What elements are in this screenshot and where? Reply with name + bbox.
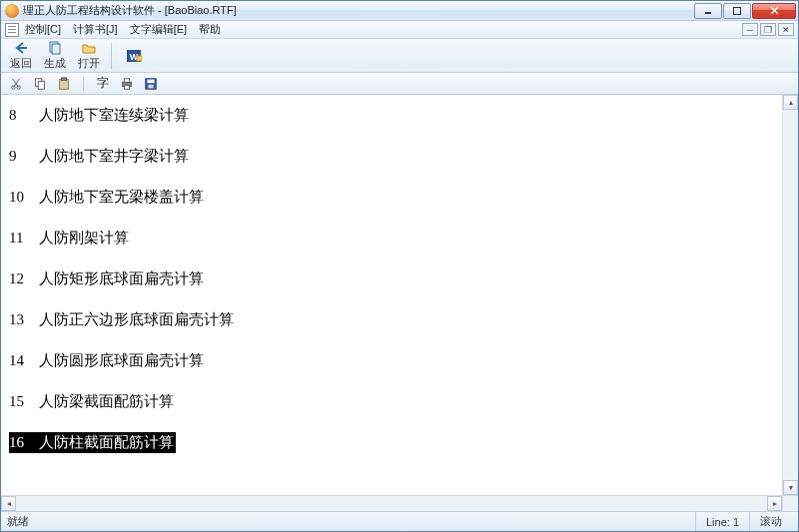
cut-button[interactable] <box>7 76 25 92</box>
app-icon <box>5 4 19 18</box>
line-text: 人防梁截面配筋计算 <box>39 391 174 412</box>
document-line[interactable]: 15人防梁截面配筋计算 <box>9 391 790 412</box>
main-window: 理正人防工程结构设计软件 - [BaoBiao.RTF] 控制[C] 计算书[J… <box>0 0 799 532</box>
line-text: 人防地下室井字梁计算 <box>39 146 189 167</box>
print-button[interactable] <box>118 76 136 92</box>
svg-rect-1 <box>734 7 741 14</box>
scroll-up-button[interactable]: ▴ <box>783 95 798 110</box>
document-line[interactable]: 8人防地下室连续梁计算 <box>9 105 790 126</box>
menu-textedit[interactable]: 文字编辑[E] <box>130 22 187 37</box>
save-icon <box>144 77 158 91</box>
line-number: 8 <box>9 105 39 126</box>
close-button[interactable] <box>752 3 796 19</box>
open-button[interactable]: 打开 <box>75 40 103 71</box>
scroll-track-horizontal[interactable] <box>16 496 767 511</box>
scroll-down-button[interactable]: ▾ <box>783 480 798 495</box>
print-icon <box>120 77 134 91</box>
line-number: 15 <box>9 391 39 412</box>
document-line[interactable]: 16人防柱截面配筋计算 <box>9 432 176 453</box>
line-text: 人防正六边形底球面扁壳计算 <box>39 309 234 330</box>
document-area: 8人防地下室连续梁计算9人防地下室井字梁计算10人防地下室无梁楼盖计算11人防刚… <box>1 95 798 511</box>
svg-rect-0 <box>705 12 711 14</box>
window-controls <box>693 3 796 19</box>
minimize-button[interactable] <box>694 3 722 19</box>
word-icon: W <box>125 48 143 64</box>
line-number: 10 <box>9 187 39 208</box>
word-button[interactable]: W <box>120 48 148 64</box>
document-line[interactable]: 12人防矩形底球面扁壳计算 <box>9 268 790 289</box>
menu-help[interactable]: 帮助 <box>199 22 221 37</box>
back-button[interactable]: 返回 <box>7 40 35 71</box>
document-line[interactable]: 14人防圆形底球面扁壳计算 <box>9 350 790 371</box>
cut-icon <box>9 77 23 91</box>
status-line: Line: 1 <box>695 512 749 531</box>
scroll-left-button[interactable]: ◂ <box>1 496 16 511</box>
paste-button[interactable] <box>55 76 73 92</box>
copy-icon <box>33 77 47 91</box>
vertical-scrollbar[interactable]: ▴ ▾ <box>782 95 798 495</box>
statusbar: 就绪 Line: 1 滚动 <box>1 511 798 531</box>
scroll-right-button[interactable]: ▸ <box>767 496 782 511</box>
mdi-close-button[interactable]: ✕ <box>778 23 794 36</box>
generate-icon <box>46 40 64 56</box>
line-text: 人防地下室连续梁计算 <box>39 105 189 126</box>
line-number: 16 <box>9 432 39 453</box>
line-number: 13 <box>9 309 39 330</box>
document-icon[interactable] <box>5 23 19 37</box>
font-button[interactable]: 字 <box>94 76 112 92</box>
open-label: 打开 <box>78 56 100 71</box>
close-icon <box>770 6 779 15</box>
paste-icon <box>57 77 71 91</box>
titlebar: 理正人防工程结构设计软件 - [BaoBiao.RTF] <box>1 1 798 21</box>
mdi-restore-button[interactable]: ❐ <box>760 23 776 36</box>
line-number: 14 <box>9 350 39 371</box>
window-title: 理正人防工程结构设计软件 - [BaoBiao.RTF] <box>23 3 693 18</box>
save-button[interactable] <box>142 76 160 92</box>
line-text: 人防柱截面配筋计算 <box>39 432 174 453</box>
back-label: 返回 <box>10 56 32 71</box>
horizontal-scrollbar[interactable]: ◂ ▸ <box>1 495 782 511</box>
document-line[interactable]: 11人防刚架计算 <box>9 228 790 249</box>
toolbar-separator-small-1 <box>83 77 84 91</box>
line-number: 12 <box>9 268 39 289</box>
svg-rect-22 <box>148 84 153 88</box>
mdi-minimize-button[interactable]: ─ <box>742 23 758 36</box>
document-content[interactable]: 8人防地下室连续梁计算9人防地下室井字梁计算10人防地下室无梁楼盖计算11人防刚… <box>1 95 798 511</box>
generate-label: 生成 <box>44 56 66 71</box>
minimize-icon <box>704 7 712 15</box>
svg-rect-14 <box>38 81 44 89</box>
open-icon <box>80 40 98 56</box>
font-icon: 字 <box>97 75 109 92</box>
scroll-corner <box>782 495 798 511</box>
status-scroll: 滚动 <box>749 512 792 531</box>
menu-control[interactable]: 控制[C] <box>25 22 61 37</box>
line-number: 9 <box>9 146 39 167</box>
document-line[interactable]: 9人防地下室井字梁计算 <box>9 146 790 167</box>
line-text: 人防圆形底球面扁壳计算 <box>39 350 204 371</box>
svg-rect-15 <box>60 79 69 89</box>
toolbar-separator <box>111 43 112 69</box>
menubar: 控制[C] 计算书[J] 文字编辑[E] 帮助 ─ ❐ ✕ <box>1 21 798 39</box>
mdi-controls: ─ ❐ ✕ <box>742 23 794 36</box>
maximize-icon <box>733 7 741 15</box>
svg-rect-5 <box>52 44 60 54</box>
toolbar-main: 返回 生成 打开 W <box>1 39 798 73</box>
svg-rect-8 <box>137 56 142 61</box>
generate-button[interactable]: 生成 <box>41 40 69 71</box>
maximize-button[interactable] <box>723 3 751 19</box>
scroll-track-vertical[interactable] <box>783 110 798 480</box>
copy-button[interactable] <box>31 76 49 92</box>
svg-rect-18 <box>124 78 129 82</box>
toolbar-edit: 字 <box>1 73 798 95</box>
menu-calcbook[interactable]: 计算书[J] <box>73 22 118 37</box>
svg-rect-19 <box>124 85 129 89</box>
back-icon <box>12 40 30 56</box>
line-text: 人防矩形底球面扁壳计算 <box>39 268 204 289</box>
line-text: 人防刚架计算 <box>39 228 129 249</box>
status-ready: 就绪 <box>7 514 695 529</box>
svg-rect-21 <box>148 79 155 83</box>
document-line[interactable]: 13人防正六边形底球面扁壳计算 <box>9 309 790 330</box>
document-line[interactable]: 10人防地下室无梁楼盖计算 <box>9 187 790 208</box>
line-number: 11 <box>9 228 39 249</box>
line-text: 人防地下室无梁楼盖计算 <box>39 187 204 208</box>
